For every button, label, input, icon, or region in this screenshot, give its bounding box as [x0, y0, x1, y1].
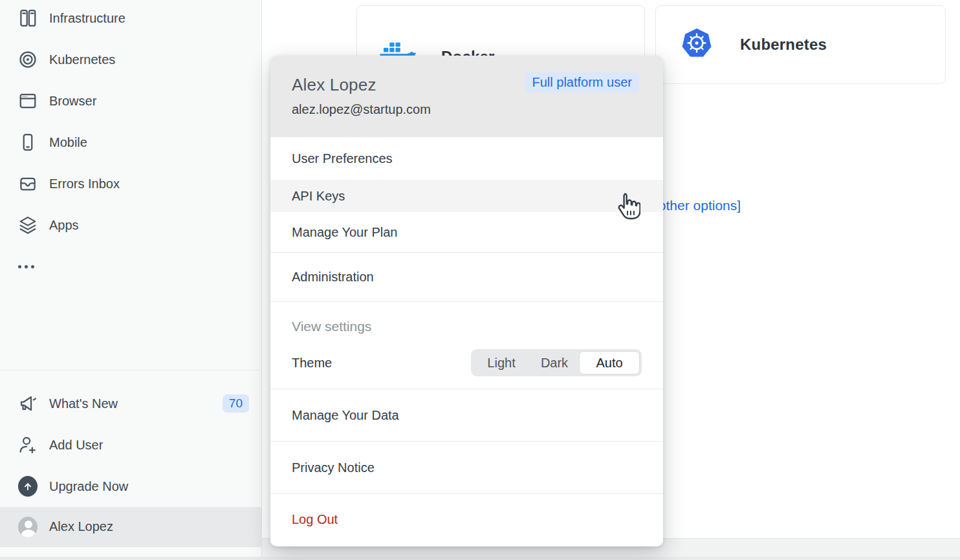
sidebar-item-current-user[interactable]: Alex Lopez [0, 507, 261, 547]
megaphone-icon [18, 394, 38, 413]
theme-option-light[interactable]: Light [473, 351, 530, 374]
upgrade-arrow-icon [18, 476, 38, 497]
menu-item-user-preferences[interactable]: User Preferences [270, 137, 663, 180]
apps-icon [18, 215, 38, 235]
kubernetes-card-title: Kubernetes [740, 36, 827, 54]
infrastructure-icon [18, 8, 38, 28]
user-account-menu: Alex Lopez alez.lopez@startup.com Full p… [270, 56, 663, 546]
add-user-icon [18, 435, 38, 455]
kubernetes-helm-icon [681, 27, 713, 62]
menu-item-manage-your-data[interactable]: Manage Your Data [270, 389, 663, 441]
sidebar-item-errors-inbox[interactable]: Errors Inbox [0, 163, 261, 204]
sidebar-item-apps[interactable]: Apps [0, 204, 261, 246]
sidebar-footer: What's New 70 Add User [0, 383, 261, 547]
sidebar-item-more[interactable] [0, 246, 261, 287]
kubernetes-card[interactable]: Kubernetes [655, 5, 946, 84]
theme-option-dark[interactable]: Dark [530, 351, 579, 374]
sidebar-item-whats-new[interactable]: What's New 70 [0, 383, 261, 424]
sidebar-item-label: Alex Lopez [49, 519, 113, 534]
sidebar-item-kubernetes[interactable]: Kubernetes [0, 39, 261, 80]
sidebar: Infrastructure Kubernetes [0, 0, 262, 560]
role-badge: Full platform user [525, 72, 640, 92]
sidebar-item-upgrade-now[interactable]: Upgrade Now [0, 466, 261, 507]
kubernetes-icon [18, 50, 38, 69]
browser-icon [18, 91, 38, 111]
other-options-link[interactable]: [other options] [655, 198, 741, 213]
menu-item-administration[interactable]: Administration [270, 253, 663, 301]
ellipsis-icon [18, 257, 38, 276]
sidebar-item-browser[interactable]: Browser [0, 80, 261, 122]
whats-new-count-badge: 70 [223, 394, 249, 413]
sidebar-divider [0, 370, 261, 371]
app-root: Docker [0, 0, 960, 560]
errors-inbox-icon [18, 174, 38, 193]
sidebar-item-label: Errors Inbox [49, 177, 120, 191]
theme-option-auto[interactable]: Auto [579, 351, 640, 374]
sidebar-item-label: Add User [49, 438, 103, 453]
menu-item-manage-your-plan[interactable]: Manage Your Plan [270, 212, 663, 252]
sidebar-item-label: Browser [49, 94, 96, 109]
sidebar-item-label: Infrastructure [49, 11, 125, 26]
sidebar-nav: Infrastructure Kubernetes [0, 0, 261, 287]
user-menu-header: Alex Lopez alez.lopez@startup.com Full p… [270, 56, 663, 137]
user-avatar [18, 517, 38, 537]
sidebar-item-label: Apps [49, 218, 79, 233]
theme-label: Theme [292, 356, 332, 371]
menu-item-api-keys[interactable]: API Keys [270, 180, 663, 212]
mobile-icon [18, 133, 38, 152]
view-settings-section: View settings Theme Light Dark Auto [270, 302, 663, 389]
menu-item-log-out[interactable]: Log Out [270, 494, 663, 545]
sidebar-item-label: Mobile [49, 135, 87, 150]
view-settings-label: View settings [292, 319, 642, 334]
sidebar-item-label: What's New [49, 396, 118, 411]
menu-item-privacy-notice[interactable]: Privacy Notice [270, 442, 663, 493]
theme-toggle: Light Dark Auto [471, 349, 642, 376]
bottom-edge-bar [0, 557, 960, 560]
sidebar-item-mobile[interactable]: Mobile [0, 122, 261, 163]
sidebar-item-add-user[interactable]: Add User [0, 424, 261, 466]
sidebar-item-label: Upgrade Now [49, 479, 128, 494]
user-email: alez.lopez@startup.com [292, 102, 640, 117]
sidebar-item-label: Kubernetes [49, 52, 115, 67]
sidebar-item-infrastructure[interactable]: Infrastructure [0, 0, 261, 39]
